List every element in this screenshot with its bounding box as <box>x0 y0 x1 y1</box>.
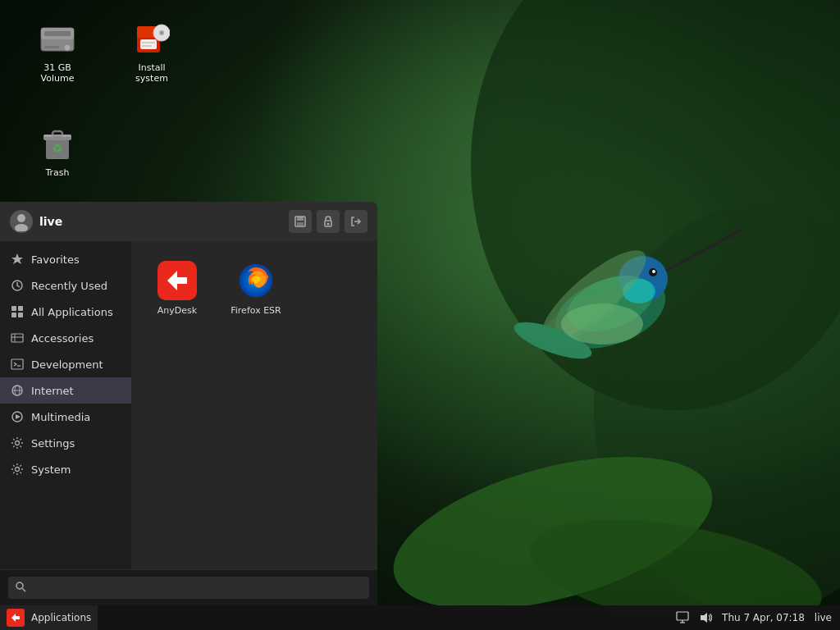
menu-search-bar <box>0 569 377 605</box>
svg-marker-70 <box>701 613 707 623</box>
install-icon <box>132 20 171 59</box>
settings-label: Settings <box>31 437 75 450</box>
favorites-label: Favorites <box>31 253 80 266</box>
taskbar-volume-icon[interactable] <box>696 608 715 628</box>
svg-line-64 <box>23 589 26 592</box>
svg-rect-24 <box>142 45 152 47</box>
desktop: 31 GB Volume Install system <box>0 0 840 630</box>
trash-label: Trash <box>45 167 69 178</box>
svg-marker-41 <box>11 253 23 264</box>
svg-rect-44 <box>18 306 23 311</box>
svg-point-33 <box>17 214 25 222</box>
svg-marker-56 <box>16 414 21 419</box>
desktop-icon-install[interactable]: Install system <box>119 16 185 87</box>
svg-point-58 <box>16 468 20 472</box>
accessories-icon <box>10 331 25 345</box>
svg-rect-37 <box>297 222 304 226</box>
taskbar-user: live <box>811 612 835 623</box>
application-menu: live <box>0 202 377 605</box>
svg-rect-23 <box>142 42 155 43</box>
sidebar-item-all-apps[interactable]: All Applications <box>0 299 131 325</box>
recently-used-icon <box>10 278 25 293</box>
svg-point-63 <box>16 582 23 589</box>
svg-rect-47 <box>11 334 23 342</box>
svg-point-27 <box>161 32 163 34</box>
firefox-icon <box>236 261 276 300</box>
all-apps-label: All Applications <box>31 306 113 318</box>
favorites-icon <box>10 252 25 267</box>
system-label: System <box>31 463 71 476</box>
svg-rect-67 <box>677 612 688 620</box>
development-label: Development <box>31 358 103 371</box>
internet-label: Internet <box>31 385 74 397</box>
multimedia-icon <box>10 409 25 424</box>
apps-grid: AnyDesk <box>144 254 364 322</box>
desktop-icon-trash[interactable]: ♻ Trash <box>25 121 90 181</box>
multimedia-label: Multimedia <box>31 411 90 423</box>
search-icon <box>15 581 26 595</box>
svg-point-34 <box>15 224 28 231</box>
svg-rect-43 <box>11 306 16 311</box>
system-icon <box>10 462 25 477</box>
sidebar-item-multimedia[interactable]: Multimedia <box>0 404 131 430</box>
menu-sidebar: Favorites Recently Used <box>0 241 131 569</box>
trash-icon: ♻ <box>38 125 77 164</box>
menu-header: live <box>0 202 377 241</box>
sidebar-item-internet[interactable]: Internet <box>0 377 131 404</box>
taskbar: Applications Thu 7 Apr, <box>0 605 840 630</box>
svg-rect-32 <box>43 135 71 137</box>
recently-used-label: Recently Used <box>31 280 107 292</box>
install-label: Install system <box>135 62 168 84</box>
hdd-label: 31 GB Volume <box>41 62 75 84</box>
search-container <box>8 577 369 599</box>
taskbar-anydesk-icon <box>7 609 25 627</box>
sidebar-item-accessories[interactable]: Accessories <box>0 325 131 351</box>
sidebar-item-development[interactable]: Development <box>0 351 131 377</box>
menu-actions <box>289 210 368 233</box>
svg-point-39 <box>327 223 330 226</box>
settings-icon <box>10 436 25 450</box>
svg-point-8 <box>652 270 655 273</box>
menu-save-button[interactable] <box>289 210 312 233</box>
taskbar-network-icon[interactable] <box>673 608 692 628</box>
sidebar-item-favorites[interactable]: Favorites <box>0 246 131 272</box>
anydesk-icon <box>158 261 197 300</box>
svg-point-57 <box>16 441 20 445</box>
menu-user-section: live <box>10 210 62 233</box>
search-input[interactable] <box>31 582 363 594</box>
menu-username: live <box>39 215 62 228</box>
taskbar-clock: Thu 7 Apr, 07:18 <box>719 612 808 623</box>
menu-apps-panel: AnyDesk <box>131 241 377 569</box>
app-anydesk[interactable]: AnyDesk <box>144 254 210 322</box>
taskbar-system-tray: Thu 7 Apr, 07:18 live <box>668 605 840 630</box>
development-icon <box>10 357 25 372</box>
svg-rect-46 <box>18 313 23 317</box>
sidebar-item-system[interactable]: System <box>0 456 131 482</box>
internet-icon <box>10 383 25 398</box>
svg-rect-19 <box>44 46 59 48</box>
svg-rect-22 <box>140 39 157 49</box>
firefox-label: Firefox ESR <box>231 305 281 316</box>
app-firefox[interactable]: Firefox ESR <box>223 254 289 322</box>
all-apps-icon <box>10 304 25 319</box>
accessories-label: Accessories <box>31 332 94 345</box>
svg-rect-45 <box>11 313 16 317</box>
sidebar-item-settings[interactable]: Settings <box>0 430 131 456</box>
anydesk-label: AnyDesk <box>158 305 197 316</box>
sidebar-item-recently-used[interactable]: Recently Used <box>0 272 131 299</box>
svg-point-18 <box>64 44 71 51</box>
hdd-icon <box>38 20 77 59</box>
menu-avatar <box>10 210 33 233</box>
menu-logout-button[interactable] <box>345 210 368 233</box>
svg-rect-17 <box>44 31 71 36</box>
menu-content: Favorites Recently Used <box>0 241 377 569</box>
menu-lock-button[interactable] <box>317 210 340 233</box>
taskbar-applications-button[interactable]: Applications <box>0 605 98 630</box>
svg-text:♻: ♻ <box>52 142 63 155</box>
svg-rect-36 <box>297 217 304 221</box>
desktop-icon-hdd[interactable]: 31 GB Volume <box>25 16 90 87</box>
taskbar-apps-label: Applications <box>31 612 91 623</box>
